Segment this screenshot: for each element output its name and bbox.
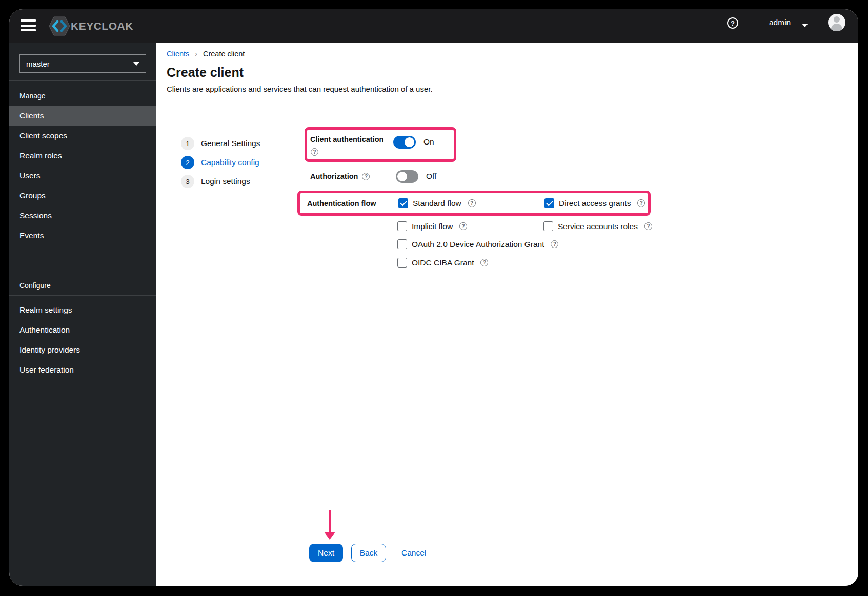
app-window: KEYCLOAK admin master Manage Clients Cli… xyxy=(9,9,858,586)
back-button[interactable]: Back xyxy=(351,544,386,562)
sidebar-item-clients[interactable]: Clients xyxy=(9,106,156,126)
user-menu-caret-icon[interactable] xyxy=(802,24,808,27)
step-label: Login settings xyxy=(201,177,250,186)
next-button[interactable]: Next xyxy=(309,544,343,562)
flow-options-row: Implicit flow Service accounts roles xyxy=(397,221,652,231)
client-authentication-state: On xyxy=(423,136,434,147)
realm-selector[interactable]: master xyxy=(19,54,146,73)
option-label: Service accounts roles xyxy=(558,222,638,231)
breadcrumb-separator-icon: › xyxy=(195,50,197,58)
option-implicit-flow: Implicit flow xyxy=(397,221,543,231)
sidebar-item-user-federation[interactable]: User federation xyxy=(9,360,156,380)
keycloak-logo-icon xyxy=(49,16,70,36)
sidebar-item-client-scopes[interactable]: Client scopes xyxy=(9,126,156,146)
help-icon[interactable] xyxy=(311,148,318,156)
section-title-configure: Configure xyxy=(9,271,156,295)
wizard-nav: 1 General Settings 2 Capability config 3… xyxy=(156,111,297,586)
sidebar-item-sessions[interactable]: Sessions xyxy=(9,205,156,225)
authorization-state: Off xyxy=(426,172,436,181)
option-oidc-ciba-grant: OIDC CIBA Grant xyxy=(397,258,488,268)
sidebar-item-realm-roles[interactable]: Realm roles xyxy=(9,146,156,166)
annotation-highlight-client-authentication: Client authentication On xyxy=(305,127,456,162)
authorization-label: Authorization xyxy=(310,172,358,180)
option-label: OIDC CIBA Grant xyxy=(412,258,474,268)
sidebar-item-authentication[interactable]: Authentication xyxy=(9,320,156,340)
help-icon[interactable] xyxy=(468,199,476,207)
sidebar-section-manage: Manage Clients Client scopes Realm roles… xyxy=(9,81,156,245)
capability-config-form: Client authentication On Authorization O… xyxy=(297,111,858,586)
main-content: Clients › Create client Create client Cl… xyxy=(156,43,858,586)
wizard-step-capability-config[interactable]: 2 Capability config xyxy=(181,156,297,169)
help-icon[interactable] xyxy=(727,17,738,29)
page-subtitle: Clients are applications and services th… xyxy=(167,85,858,93)
wizard-step-login-settings[interactable]: 3 Login settings xyxy=(181,175,297,188)
brand-title: KEYCLOAK xyxy=(71,20,133,32)
flow-options-row: OIDC CIBA Grant xyxy=(397,258,488,268)
chevron-down-icon xyxy=(133,62,139,66)
step-label: General Settings xyxy=(201,139,260,148)
realm-selector-value: master xyxy=(26,59,50,68)
page-title: Create client xyxy=(167,65,858,80)
implicit-flow-checkbox[interactable] xyxy=(397,221,407,231)
option-standard-flow: Standard flow xyxy=(398,198,544,208)
help-icon[interactable] xyxy=(459,222,467,230)
option-label: Implicit flow xyxy=(412,222,453,231)
keycloak-logo: KEYCLOAK xyxy=(49,9,133,43)
sidebar: master Manage Clients Client scopes Real… xyxy=(9,43,156,586)
user-menu-label[interactable]: admin xyxy=(769,18,791,27)
direct-access-grants-checkbox[interactable] xyxy=(544,198,554,208)
sidebar-item-groups[interactable]: Groups xyxy=(9,186,156,205)
wizard-footer: Next Back Cancel xyxy=(309,544,426,562)
authentication-flow-label: Authentication flow xyxy=(307,199,398,208)
standard-flow-checkbox[interactable] xyxy=(398,198,408,208)
option-service-accounts-roles: Service accounts roles xyxy=(543,221,652,231)
step-number: 2 xyxy=(181,156,194,169)
wizard-step-general-settings[interactable]: 1 General Settings xyxy=(181,137,297,150)
breadcrumb: Clients › Create client xyxy=(167,50,858,58)
step-label: Capability config xyxy=(201,158,259,167)
hamburger-menu-icon[interactable] xyxy=(21,19,36,32)
option-label: OAuth 2.0 Device Authorization Grant xyxy=(412,240,544,249)
oidc-ciba-grant-checkbox[interactable] xyxy=(397,258,407,268)
flow-options-row: OAuth 2.0 Device Authorization Grant xyxy=(397,239,558,249)
sidebar-item-events[interactable]: Events xyxy=(9,225,156,245)
step-number: 3 xyxy=(181,175,194,188)
page-header: Clients › Create client Create client Cl… xyxy=(156,43,858,111)
sidebar-divider xyxy=(9,295,156,296)
annotation-arrow-down xyxy=(324,510,335,540)
sidebar-item-users[interactable]: Users xyxy=(9,166,156,186)
masthead: KEYCLOAK admin xyxy=(9,9,858,43)
cancel-button[interactable]: Cancel xyxy=(401,548,426,558)
step-number: 1 xyxy=(181,137,194,150)
breadcrumb-link-clients[interactable]: Clients xyxy=(167,50,189,58)
sidebar-item-identity-providers[interactable]: Identity providers xyxy=(9,340,156,360)
service-accounts-roles-checkbox[interactable] xyxy=(543,221,553,231)
option-label: Standard flow xyxy=(413,199,461,208)
option-direct-access-grants: Direct access grants xyxy=(544,198,645,208)
client-authentication-toggle[interactable] xyxy=(393,136,416,149)
section-title-manage: Manage xyxy=(9,81,156,106)
oauth-device-grant-checkbox[interactable] xyxy=(397,239,407,249)
authorization-toggle[interactable] xyxy=(396,170,418,183)
sidebar-section-configure: Configure Realm settings Authentication … xyxy=(9,271,156,380)
help-icon[interactable] xyxy=(644,222,652,230)
avatar[interactable] xyxy=(828,14,845,31)
breadcrumb-current: Create client xyxy=(203,50,245,58)
option-oauth-device-grant: OAuth 2.0 Device Authorization Grant xyxy=(397,239,558,249)
client-authentication-label: Client authentication xyxy=(310,135,393,143)
help-icon[interactable] xyxy=(362,173,370,180)
sidebar-item-realm-settings[interactable]: Realm settings xyxy=(9,300,156,320)
help-icon[interactable] xyxy=(551,240,558,248)
help-icon[interactable] xyxy=(637,199,645,207)
annotation-highlight-authentication-flow: Authentication flow Standard flow Direct… xyxy=(297,191,651,216)
option-label: Direct access grants xyxy=(559,199,631,208)
authorization-row: Authorization Off xyxy=(310,169,436,184)
help-icon[interactable] xyxy=(480,259,488,266)
